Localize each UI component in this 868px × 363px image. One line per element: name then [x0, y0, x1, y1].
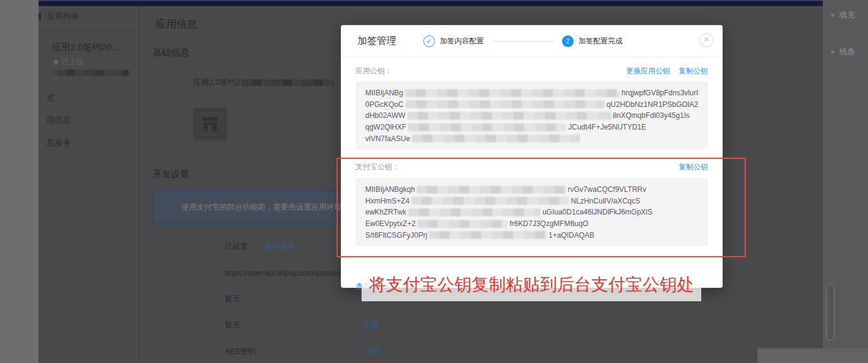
app-icon-label: 应用图标： — [151, 120, 190, 130]
modal-title: 加签管理 — [357, 35, 396, 48]
settings-row-label: 应用网关： — [150, 294, 225, 304]
key-fragment: 8nXQmqbFdl03y45g1Is — [613, 111, 690, 120]
redacted-key-segment — [407, 112, 611, 120]
sidebar-menu: 览用信息息服务 — [46, 93, 71, 161]
app-public-key-box: MIIBIjANBghrqjwpfGV8pFdns3vlurI0PGcKQoCq… — [356, 81, 708, 150]
sidebar-current-app-name[interactable]: 应用2.0签约20... — [52, 42, 119, 53]
key-fragment: JCudt4F+Je5NUTYD1E — [568, 123, 646, 131]
settings-row-set-link[interactable]: 设置/查看 — [263, 241, 295, 252]
step1-check-icon: ✓ — [423, 35, 435, 47]
sidebar-app-list-header: 应用列表 — [47, 11, 79, 22]
key-fragment: MIIBIjANBg — [365, 89, 403, 97]
status-dot — [54, 60, 58, 64]
step1-label: 加签内容配置 — [440, 36, 484, 46]
sidebar-menu-item[interactable]: 览 — [46, 93, 71, 116]
settings-row-label: 接口加签方式： — [150, 241, 225, 252]
page-title: 应用信息 — [156, 17, 197, 31]
app-id-prefix: 2 — [52, 69, 56, 76]
sidebar-menu-item[interactable]: 息服务 — [46, 138, 71, 161]
replace-app-key-link[interactable]: 更换应用公钥 — [626, 66, 670, 76]
settings-row: 接口内容加密方式：AES密钥设置 — [150, 339, 492, 363]
divider — [139, 6, 139, 363]
scrollbar-thumb[interactable] — [826, 284, 834, 340]
settings-row-value: 暂无 — [225, 294, 363, 304]
app-id: 2 — [52, 69, 129, 76]
settings-row: 授权回调地址：暂无设置 — [150, 312, 492, 339]
top-nav-bar — [38, 0, 823, 6]
close-icon[interactable]: ✕ — [699, 33, 713, 47]
key-text-line: dHb02AWW8nXQmqbFdl03y45g1Is — [365, 110, 698, 122]
app-key-label: 应用公钥： — [356, 66, 392, 76]
panel-item-label: 填充 — [839, 10, 855, 21]
settings-row-label: 接口内容加密方式： — [150, 346, 225, 357]
key-text-line: MIIBIjANBghrqjwpfGV8pFdns3vlurI — [365, 87, 698, 99]
key-fragment: vlVN7faASUe — [365, 134, 410, 143]
app-list-icon — [38, 13, 41, 20]
annotation-red-text: 将支付宝公钥复制粘贴到后台支付宝公钥处 — [362, 273, 701, 296]
redacted-app-name — [241, 79, 334, 86]
key-fragment: hrqjwpfGV8pFdns3vlurI — [622, 89, 698, 97]
redacted-app-id — [57, 70, 129, 76]
sidebar-menu-item[interactable]: 用信息 — [46, 116, 71, 138]
step2-label: 加签配置完成 — [578, 36, 622, 46]
app-name-value: 应用2.0签约2 — [193, 77, 334, 88]
redacted-key-segment — [412, 134, 580, 142]
storefront-icon — [200, 114, 220, 134]
collapse-arrow-icon — [831, 13, 835, 18]
settings-row-value: AES密钥 — [225, 346, 363, 357]
settings-row-value: 已设置 — [225, 241, 263, 252]
key-text-line: qgW2QlHXFJCudt4F+Je5NUTYD1E — [365, 122, 698, 133]
panel-item-label: 线条 — [839, 46, 855, 57]
bottom-right-toolbar-area — [757, 348, 868, 363]
settings-row-set-link[interactable]: 设置 — [363, 346, 379, 357]
collapse-arrow-icon — [831, 50, 835, 54]
redacted-key-segment — [405, 89, 620, 97]
divider — [38, 31, 136, 31]
key-fragment: qgW2QlHXF — [365, 123, 406, 131]
copy-app-key-link[interactable]: 复制公钥 — [679, 66, 708, 76]
app-key-header: 应用公钥： 更换应用公钥 复制公钥 — [356, 65, 708, 76]
modal-header: 加签管理 ✓ 加签内容配置 2 加签配置完成 — [341, 25, 723, 57]
settings-row-value: 暂无 — [225, 320, 363, 331]
info-icon: i — [165, 203, 175, 213]
annotation-red-rectangle — [337, 158, 746, 257]
key-fragment: 0PGcKQoC — [365, 100, 404, 109]
section-basic-info: 基础信息 — [153, 47, 189, 59]
app-icon — [193, 108, 227, 141]
panel-item-填充[interactable]: 填充 — [831, 10, 868, 21]
key-fragment: qU2HDbNz1NR1PSbGOlA2 — [607, 100, 698, 109]
step-connector-line — [492, 41, 553, 42]
key-fragment: dHb02AWW — [365, 111, 406, 120]
status-badge: 已上线 — [62, 57, 84, 67]
settings-row-set-link[interactable]: 设置 — [363, 320, 379, 331]
section-dev-settings: 开发设置 — [153, 169, 189, 180]
settings-row-label: 授权回调地址： — [150, 320, 225, 331]
redacted-key-segment — [408, 123, 566, 131]
step2-number-icon: 2 — [562, 35, 574, 47]
key-text-line: vlVN7faASUe — [365, 133, 698, 144]
key-text-line: 0PGcKQoCqU2HDbNz1NR1PSbGOlA2 — [365, 99, 698, 111]
redacted-key-segment — [406, 100, 605, 108]
panel-item-线条[interactable]: 线条 — [831, 46, 868, 57]
app-name-label: 应用名称： — [151, 78, 190, 88]
settings-row-label: 支付宝网关: — [150, 268, 225, 278]
